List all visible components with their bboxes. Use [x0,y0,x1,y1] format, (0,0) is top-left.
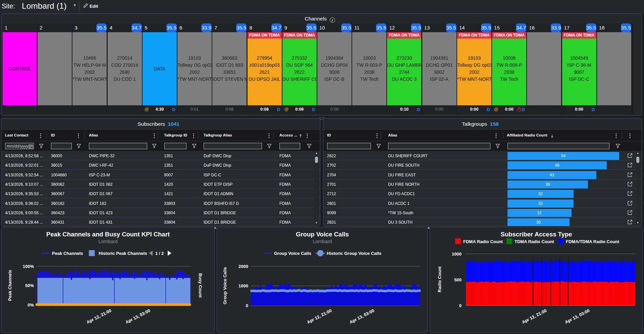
svg-text:Group Voice Calls: Group Voice Calls [274,251,311,256]
svg-text:2000: 2000 [238,264,248,269]
svg-text:Peak Channels and Busy Count K: Peak Channels and Busy Count KPI Chart [46,231,170,238]
svg-text:Subscriber Access Type: Subscriber Access Type [501,231,572,238]
svg-text:FDMA/TDMA Radio Count: FDMA/TDMA Radio Count [566,239,620,244]
svg-text:Apr 13, 03:00: Apr 13, 03:00 [348,308,375,325]
svg-text:100%: 100% [23,264,34,269]
svg-text:500: 500 [454,277,462,282]
svg-text:0%: 0% [28,302,34,308]
svg-text:Peak Channels: Peak Channels [52,251,83,256]
svg-text:Group Voice Calls: Group Voice Calls [296,231,349,238]
svg-text:1 / 2: 1 / 2 [155,251,164,256]
svg-text:Radio Count: Radio Count [437,266,442,292]
svg-text:50%: 50% [25,283,34,288]
svg-text:Apr 12, 21:00: Apr 12, 21:00 [521,308,547,325]
svg-text:Apr 13, 03:00: Apr 13, 03:00 [124,308,151,325]
svg-text:Apr 12, 21:00: Apr 12, 21:00 [306,308,332,325]
svg-text:1000: 1000 [238,283,248,288]
svg-text:Lombard: Lombard [98,239,117,244]
svg-text:0: 0 [459,303,462,308]
svg-text:0: 0 [246,303,248,308]
svg-text:Busy Count: Busy Count [198,273,203,298]
svg-text:Lombard: Lombard [313,239,332,244]
svg-text:TDMA Radio Count: TDMA Radio Count [515,239,554,244]
svg-text:1000: 1000 [452,252,462,257]
svg-text:Historic Peak Channels: Historic Peak Channels [99,251,147,256]
svg-text:Peak Channels: Peak Channels [7,270,12,301]
svg-text:Historic Group Voice Calls: Historic Group Voice Calls [327,251,381,256]
svg-text:Apr 13, 03:00: Apr 13, 03:00 [564,308,590,325]
svg-text:Apr 12, 21:00: Apr 12, 21:00 [86,308,112,325]
svg-text:FDMA Radio Count: FDMA Radio Count [463,239,503,244]
svg-text:Group Voice Calls: Group Voice Calls [222,267,227,304]
